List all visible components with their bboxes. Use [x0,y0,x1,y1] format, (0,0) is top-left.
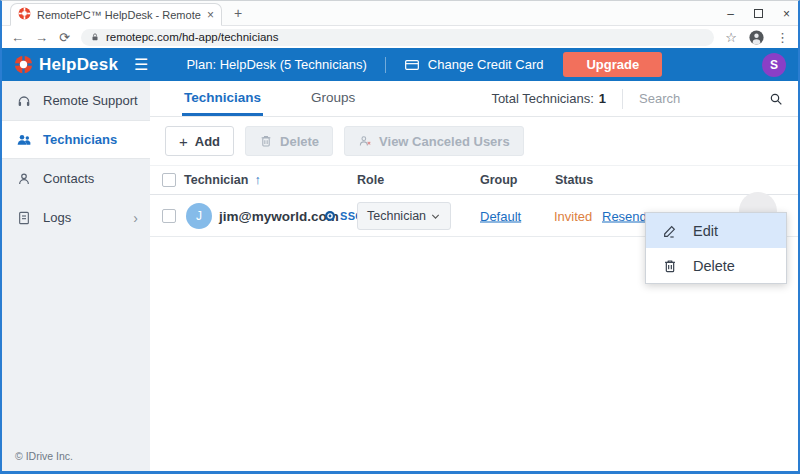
sidebar-item-label: Contacts [43,171,94,186]
app-header: HelpDesk ☰ Plan: HelpDesk (5 Technicians… [2,48,798,81]
address-bar[interactable]: remotepc.com/hd-app/technicians [81,29,714,46]
toolbar: + Add Delete View Canceled Users [150,117,798,165]
reload-icon[interactable]: ⟳ [59,31,70,44]
content-tabs: Technicians Groups Total Technicians: 1 [150,81,798,117]
lock-icon [90,32,100,42]
chevron-right-icon: › [133,211,138,225]
window-controls: – × [727,1,790,26]
status-badge: Invited [554,208,592,223]
headset-icon [16,93,32,109]
tab-technicians[interactable]: Technicians [182,81,263,116]
url-text: remotepc.com/hd-app/technicians [106,31,279,43]
browser-window: RemotePC™ HelpDesk - Remote × + – × ← → … [0,0,800,474]
browser-tab[interactable]: RemotePC™ HelpDesk - Remote × [10,3,222,26]
upgrade-button[interactable]: Upgrade [563,52,662,77]
column-header-technician[interactable]: Technician↑ [184,173,261,187]
browser-addressbar: ← → ⟳ remotepc.com/hd-app/technicians ☆ … [2,27,798,47]
column-header-group: Group [480,173,518,187]
role-dropdown[interactable]: Technician [357,202,451,230]
back-icon[interactable]: ← [11,31,24,44]
forward-icon[interactable]: → [35,31,48,44]
sidebar-item-remote-support[interactable]: Remote Support [2,81,150,120]
sso-icon [324,210,336,222]
plus-icon: + [179,134,188,149]
app-title: HelpDesk [39,55,118,75]
table-header: Technician↑ Role Group Status [150,165,798,195]
search-icon[interactable] [768,91,784,107]
change-credit-card-link[interactable]: Change Credit Card [404,57,544,73]
new-tab-icon[interactable]: + [234,5,242,21]
helpdesk-logo-icon [14,55,33,74]
total-technicians-value: 1 [599,91,606,106]
menu-item-edit[interactable]: Edit [646,213,786,248]
browser-tabstrip: RemotePC™ HelpDesk - Remote × + – × [2,1,798,26]
site-favicon-icon [18,6,31,24]
column-header-role: Role [357,173,384,187]
menu-item-delete[interactable]: Delete [646,248,786,283]
search-input[interactable] [639,91,764,106]
row-checkbox[interactable] [162,209,176,223]
window-maximize-icon[interactable] [754,9,763,18]
chevron-down-icon [430,211,441,222]
window-close-icon[interactable]: × [783,7,790,21]
hamburger-menu-icon[interactable]: ☰ [134,57,148,73]
edit-pencil-icon [662,223,678,239]
add-button[interactable]: + Add [165,126,234,156]
total-technicians-label: Total Technicians: [491,91,593,106]
user-avatar[interactable]: S [762,53,786,77]
sidebar: Remote Support Technicians Contacts Logs… [2,81,150,471]
sidebar-item-label: Remote Support [43,93,138,108]
sidebar-item-contacts[interactable]: Contacts [2,159,150,198]
plan-label: Plan: HelpDesk (5 Technicians) [186,57,366,72]
sidebar-item-label: Logs [43,210,71,225]
sidebar-item-logs[interactable]: Logs › [2,198,150,237]
change-credit-card-label: Change Credit Card [428,57,544,72]
group-link[interactable]: Default [480,208,521,223]
logs-document-icon [16,210,32,226]
person-x-icon [358,134,372,148]
tab-title: RemotePC™ HelpDesk - Remote [37,9,201,21]
row-context-menu: Edit Delete [645,212,787,284]
sidebar-item-technicians[interactable]: Technicians [2,120,150,159]
window-minimize-icon[interactable]: – [727,7,734,21]
technician-email: jim@myworld.com [219,208,339,223]
technician-avatar: J [186,203,212,229]
view-canceled-users-button[interactable]: View Canceled Users [344,126,524,156]
select-all-checkbox[interactable] [162,173,176,187]
tab-close-icon[interactable]: × [207,9,214,21]
sidebar-item-label: Technicians [43,132,117,147]
copyright-text: © IDrive Inc. [15,450,73,462]
bookmark-star-icon[interactable]: ☆ [725,31,737,44]
tabrow-divider [622,89,623,109]
browser-profile-avatar[interactable] [748,29,765,46]
header-divider [385,57,386,73]
tab-groups[interactable]: Groups [309,81,357,116]
contact-person-icon [16,171,32,187]
trash-icon [259,134,273,148]
column-header-status: Status [555,173,593,187]
technicians-icon [16,132,32,148]
sort-ascending-icon[interactable]: ↑ [254,173,260,187]
credit-card-icon [404,57,420,73]
delete-button[interactable]: Delete [245,126,333,156]
trash-icon [662,258,678,274]
browser-menu-icon[interactable]: ⋮ [776,31,789,44]
